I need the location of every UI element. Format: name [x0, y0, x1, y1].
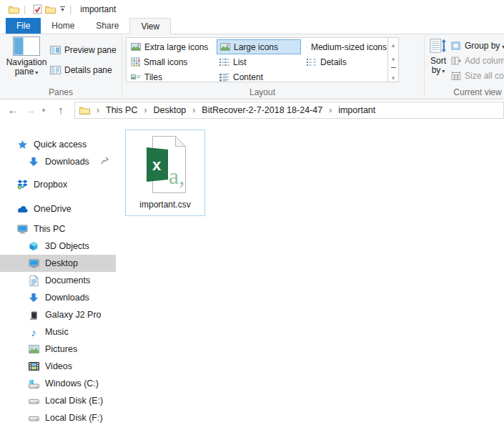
preview-pane-button[interactable]: Preview pane [50, 43, 117, 57]
window-title: important [80, 4, 116, 14]
small-icons-label: Small icons [144, 57, 187, 67]
file-list-area[interactable]: a, x important.csv [116, 120, 504, 430]
extra-large-icons-icon [131, 43, 141, 51]
sidebar-item-videos[interactable]: Videos [0, 358, 116, 375]
breadcrumb-separator-icon: › [92, 105, 104, 115]
breadcrumb-desktop[interactable]: Desktop [152, 105, 187, 115]
address-box[interactable]: › This PC › Desktop › BitRecover-2-7-201… [74, 102, 504, 119]
tab-view[interactable]: View [129, 18, 171, 34]
layout-extra-large-icons[interactable]: Extra large icons [128, 39, 215, 54]
separator: | [24, 4, 26, 14]
layout-medium-icons[interactable]: Medium-sized icons [304, 39, 387, 54]
details-pane-button[interactable]: Details pane [50, 63, 112, 77]
extra-large-icons-label: Extra large icons [144, 42, 208, 52]
navigation-pane-button[interactable]: Navigation pane [6, 36, 47, 77]
sidebar-item-label: Videos [45, 361, 72, 371]
tab-file[interactable]: File [6, 18, 41, 34]
sidebar-item-music[interactable]: ♪ Music [0, 323, 116, 341]
sidebar-item-label: Documents [45, 275, 90, 285]
breadcrumb-this-pc[interactable]: This PC [104, 105, 139, 115]
sidebar-item-label: Local Disk (E:) [45, 396, 103, 406]
sidebar-item-dropbox[interactable]: Dropbox [0, 176, 116, 193]
sidebar-item-desktop[interactable]: Desktop [0, 255, 116, 272]
details-label: Details [320, 57, 347, 67]
customize-qat-chevron-icon[interactable]: ▾ [60, 6, 65, 12]
address-folder-icon [79, 106, 90, 114]
file-item-important-csv[interactable]: a, x important.csv [125, 130, 205, 216]
large-icons-label: Large icons [234, 42, 278, 52]
content-icon [219, 73, 229, 82]
tiles-label: Tiles [144, 72, 162, 82]
tab-home[interactable]: Home [41, 18, 85, 34]
tiles-icon [131, 73, 141, 82]
gallery-scroll-down-icon[interactable]: ▼ [388, 52, 398, 67]
cube-3d-icon [26, 241, 41, 251]
windows-drive-icon [26, 379, 41, 389]
sidebar-item-label: Music [45, 327, 69, 337]
gallery-scrollbar[interactable]: ▲ ▼ ▼ [387, 38, 398, 82]
hard-drive-icon [26, 398, 41, 404]
sidebar-item-quick-access[interactable]: Quick access [0, 136, 116, 153]
sidebar-item-pictures[interactable]: Pictures [0, 341, 116, 358]
layout-tiles[interactable]: Tiles [128, 69, 215, 84]
group-by-button[interactable]: Group by [451, 39, 504, 53]
breadcrumb-important[interactable]: important [337, 105, 377, 115]
size-all-columns-icon [451, 72, 461, 80]
layout-list[interactable]: List [217, 54, 301, 69]
music-note-icon: ♪ [26, 326, 41, 338]
sidebar-item-documents[interactable]: Documents [0, 272, 116, 289]
breadcrumb-separator-icon: › [187, 105, 200, 115]
sidebar-item-onedrive[interactable]: OneDrive [0, 200, 116, 218]
content-label: Content [233, 72, 263, 82]
sidebar-item-galaxy-j2-pro[interactable]: Galaxy J2 Pro [0, 306, 116, 323]
navigation-pane-label2: pane [15, 67, 39, 77]
back-button[interactable]: ← [4, 104, 21, 116]
title-bar: | ▾ | important [0, 0, 504, 19]
folder-icon [9, 5, 19, 14]
sidebar-item-label: Dropbox [34, 180, 67, 190]
desktop-monitor-icon [26, 259, 41, 268]
layout-group-label: Layout [126, 87, 399, 97]
breadcrumb-bitrecover-folder[interactable]: BitRecover-2-7-2018 18-24-47 [200, 105, 324, 115]
document-icon [26, 275, 41, 286]
sidebar-item-downloads-pinned[interactable]: Downloads [0, 153, 116, 170]
add-columns-label: Add columns [465, 56, 504, 66]
list-label: List [233, 57, 247, 67]
large-icons-icon [220, 43, 230, 51]
gallery-scroll-up-icon[interactable]: ▲ [388, 38, 398, 52]
forward-button: → [21, 104, 39, 116]
add-columns-icon [451, 57, 461, 65]
small-icons-icon [131, 57, 140, 67]
sidebar-item-3d-objects[interactable]: 3D Objects [0, 238, 116, 255]
layout-details[interactable]: Details [304, 54, 387, 69]
details-pane-icon [50, 66, 61, 74]
gallery-expand-icon[interactable]: ▼ [388, 67, 398, 82]
recent-locations-chevron-icon[interactable]: ▾ [39, 107, 49, 114]
onedrive-cloud-icon [15, 205, 29, 213]
new-folder-icon[interactable] [45, 5, 56, 14]
layout-large-icons[interactable]: Large icons [217, 39, 301, 54]
sidebar-item-windows-c[interactable]: Windows (C:) [0, 375, 116, 392]
up-button[interactable]: ↑ [53, 104, 69, 116]
preview-pane-icon [50, 46, 61, 54]
list-icon [219, 58, 229, 67]
sidebar-item-local-disk-e[interactable]: Local Disk (E:) [0, 392, 116, 409]
ribbon-tab-bar: File Home Share View [0, 19, 504, 34]
pin-icon [101, 157, 109, 167]
quick-access-star-icon [15, 140, 29, 150]
sidebar-item-local-disk-f[interactable]: Local Disk (F:) [0, 409, 116, 426]
medium-icons-label: Medium-sized icons [311, 42, 387, 52]
sidebar-item-label: Pictures [45, 344, 77, 354]
sidebar-item-label: OneDrive [34, 204, 71, 214]
sidebar-item-label: Quick access [34, 140, 87, 150]
navigation-pane-icon [13, 36, 40, 56]
layout-content[interactable]: Content [217, 69, 301, 84]
checked-document-icon[interactable] [33, 4, 42, 14]
sidebar-item-this-pc[interactable]: This PC [0, 220, 116, 238]
tab-share[interactable]: Share [85, 18, 129, 34]
layout-small-icons[interactable]: Small icons [128, 54, 215, 69]
separator: | [69, 4, 71, 14]
sort-by-button[interactable]: Sort by [426, 36, 450, 76]
sidebar-item-downloads[interactable]: Downloads [0, 289, 116, 306]
size-all-columns-label: Size all columns [465, 71, 504, 81]
